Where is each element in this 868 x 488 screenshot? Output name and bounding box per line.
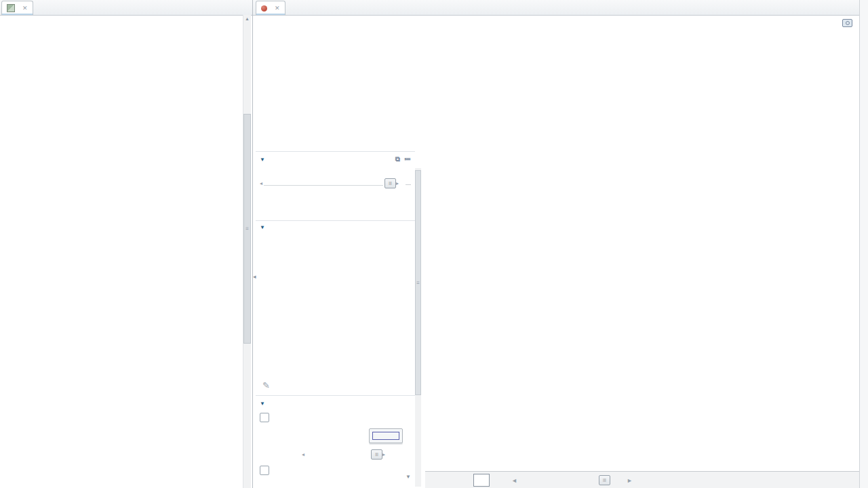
- z-scale-left-icon[interactable]: ◄: [511, 477, 517, 484]
- scroll-up-icon[interactable]: ▲: [243, 15, 251, 22]
- close-icon[interactable]: ✕: [22, 5, 28, 12]
- tab-row-continuation: [422, 0, 859, 16]
- scroll-down-icon[interactable]: ▼: [406, 474, 411, 480]
- splitter-collapse-icon[interactable]: ◂: [253, 273, 256, 280]
- collapse-icon[interactable]: ▼: [260, 401, 265, 407]
- viewer-tab-row: ✕: [253, 0, 422, 16]
- time-player-header[interactable]: ▼ ⧉ ≔: [260, 155, 411, 163]
- study-explorer-tab-row: ✕: [0, 0, 252, 16]
- wireframe-row: [260, 466, 411, 475]
- time-slider-track[interactable]: [264, 181, 383, 186]
- study-tree-scrollbar[interactable]: ▲ ≡: [243, 15, 251, 488]
- graphic-settings-section: ▼ ◂ ||| ▸: [260, 401, 411, 475]
- wireframe-checkbox[interactable]: [260, 466, 269, 475]
- slider-right-icon[interactable]: ▸: [396, 180, 399, 186]
- scrollbar-thumb[interactable]: ≡: [415, 170, 421, 395]
- color-swatch-button[interactable]: [369, 428, 403, 443]
- slider-left-icon[interactable]: ◂: [260, 180, 262, 186]
- filled-drawing-checkbox[interactable]: [260, 413, 269, 422]
- filled-drawing-row: [260, 413, 411, 422]
- opacity-row: ◂ ||| ▸: [260, 449, 411, 460]
- application-window: ✕ ▲ ≡ ✕ ▼: [0, 0, 868, 488]
- z-scale-right-icon[interactable]: ►: [627, 477, 633, 484]
- scene-panel: ◄ ||| ►: [422, 0, 859, 488]
- color-swatch: [372, 432, 399, 440]
- z-scale-bar: ◄ ||| ►: [425, 471, 859, 488]
- time-player-slider-row: ◂ ||| ▸: [260, 178, 411, 188]
- detach-icon[interactable]: ⧉: [395, 155, 400, 163]
- snapshot-icon[interactable]: [842, 19, 852, 27]
- z-scale-reset-button[interactable]: [473, 474, 490, 487]
- collapse-icon[interactable]: ▼: [260, 157, 265, 163]
- grid-explorer-header[interactable]: ▼: [260, 224, 411, 230]
- viewer-panel-scrollbar[interactable]: ≡: [415, 168, 421, 487]
- scene-toolbar: [859, 0, 868, 488]
- eraser-icon[interactable]: ✎: [262, 380, 270, 390]
- study-explorer-tab-icon: [7, 4, 15, 12]
- scrollbar-thumb[interactable]: ≡: [243, 114, 251, 344]
- graphic-settings-header[interactable]: ▼: [260, 401, 411, 407]
- time-slider-thumb[interactable]: |||: [384, 178, 396, 188]
- viewer-sidebar: ✕ ▼ ⧉ ≔ ◂ |||: [253, 0, 422, 488]
- color-row: [260, 428, 411, 443]
- close-icon[interactable]: ✕: [275, 5, 280, 12]
- opacity-right-icon[interactable]: ▸: [382, 451, 385, 458]
- time-player-section: ▼ ⧉ ≔ ◂ ||| ▸: [260, 155, 411, 188]
- z-scale-thumb[interactable]: |||: [599, 475, 610, 485]
- study-explorer-panel: ✕ ▲ ≡: [0, 0, 253, 488]
- time-value[interactable]: [406, 182, 411, 185]
- viewer-tab-icon: [261, 5, 267, 12]
- tab-study-explorer[interactable]: ✕: [1, 1, 33, 15]
- scene-top-strip: [422, 16, 859, 30]
- opacity-thumb[interactable]: |||: [371, 449, 382, 460]
- menu-list-icon[interactable]: ≔: [404, 155, 411, 163]
- tab-3d-viewer[interactable]: ✕: [256, 1, 285, 15]
- collapse-icon[interactable]: ▼: [260, 224, 265, 230]
- opacity-left-icon[interactable]: ◂: [302, 451, 304, 458]
- scene-canvas[interactable]: [425, 30, 859, 471]
- grid-explorer-section: ▼: [260, 224, 411, 246]
